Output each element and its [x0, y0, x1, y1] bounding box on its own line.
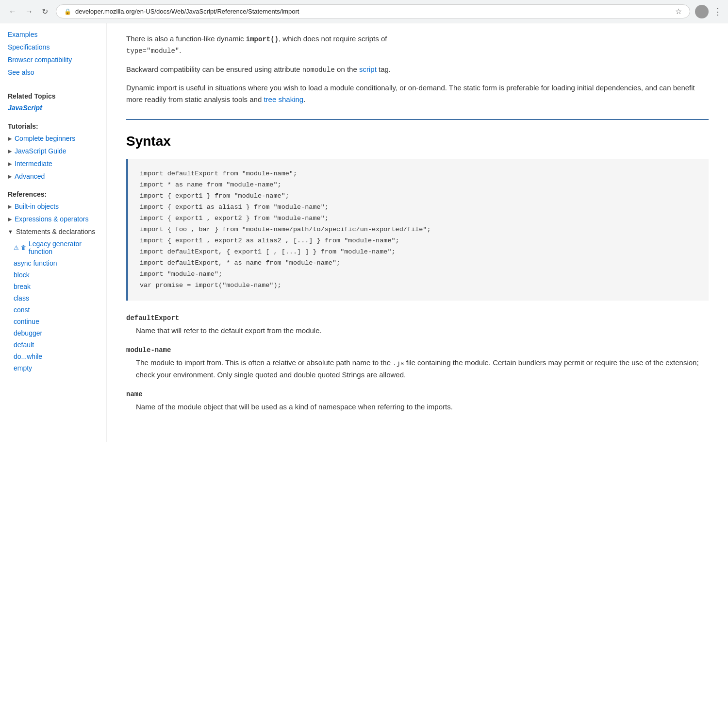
nav-buttons: ← → ↻	[6, 5, 51, 18]
intro-text-2: , which does not require scripts of	[279, 34, 387, 43]
sidebar-item-advanced[interactable]: ▶ Advanced	[0, 170, 106, 183]
sidebar-link-specifications[interactable]: Specifications	[0, 41, 106, 53]
lock-icon: 🔒	[64, 8, 71, 15]
code-line-1: import defaultExport from "module-name";	[140, 169, 697, 180]
sidebar-item-built-in-objects[interactable]: ▶ Built-in objects	[0, 200, 106, 213]
sidebar-link-examples[interactable]: Examples	[0, 28, 106, 41]
chevron-right-icon: ▶	[8, 148, 12, 154]
sidebar-item-statements-declarations[interactable]: ▼ Statements & declarations	[0, 225, 106, 238]
references-label: References:	[0, 186, 106, 200]
js-extension-code: .js	[393, 360, 404, 367]
intro-text-4: Backward compatibility can be ensured us…	[126, 65, 302, 73]
related-topics-lang[interactable]: JavaScript	[0, 102, 106, 114]
intro-paragraph-3: Dynamic import is useful in situations w…	[126, 82, 709, 105]
param-desc-default-export: Name that will refer to the default expo…	[126, 325, 709, 337]
intro-text-7: Dynamic import is useful in situations w…	[126, 84, 695, 103]
param-desc-name: Name of the module object that will be u…	[126, 401, 709, 413]
url-text: developer.mozilla.org/en-US/docs/Web/Jav…	[75, 8, 671, 15]
syntax-heading: Syntax	[126, 134, 709, 149]
related-topics-header: Related Topics	[0, 88, 106, 102]
param-default-export: defaultExport Name that will refer to th…	[126, 314, 709, 337]
main-layout: Examples Specifications Browser compatib…	[0, 23, 728, 442]
refresh-button[interactable]: ↻	[39, 5, 51, 18]
bookmark-icon[interactable]: ☆	[675, 7, 682, 16]
intro-text-8: .	[303, 95, 305, 103]
code-line-5: import { export1 , export2 } from "modul…	[140, 213, 697, 224]
sidebar: Examples Specifications Browser compatib…	[0, 23, 107, 442]
sidebar-item-js-guide[interactable]: ▶ JavaScript Guide	[0, 145, 106, 157]
browser-chrome: ← → ↻ 🔒 developer.mozilla.org/en-US/docs…	[0, 0, 728, 23]
sidebar-item-intermediate[interactable]: ▶ Intermediate	[0, 157, 106, 170]
param-name: name Name of the module object that will…	[126, 390, 709, 413]
chevron-right-icon: ▶	[8, 203, 12, 210]
intro-paragraph-2: Backward compatibility can be ensured us…	[126, 64, 709, 75]
sidebar-item-expressions-operators[interactable]: ▶ Expressions & operators	[0, 213, 106, 225]
param-name-module: module-name	[126, 346, 709, 354]
address-bar[interactable]: 🔒 developer.mozilla.org/en-US/docs/Web/J…	[56, 4, 690, 18]
sidebar-sub-item-do-while[interactable]: do...while	[0, 351, 106, 362]
sidebar-sub-item-const[interactable]: const	[0, 304, 106, 316]
sidebar-sub-item-empty[interactable]: empty	[0, 362, 106, 374]
code-line-2: import * as name from "module-name";	[140, 180, 697, 191]
menu-button[interactable]: ⋮	[713, 6, 722, 17]
sidebar-item-complete-beginners[interactable]: ▶ Complete beginners	[0, 132, 106, 145]
chevron-right-icon: ▶	[8, 161, 12, 167]
script-link[interactable]: script	[359, 65, 377, 73]
syntax-code-block: import defaultExport from "module-name";…	[126, 159, 709, 301]
intro-text-3: .	[179, 46, 181, 54]
nomodule-code: nomodule	[302, 66, 335, 74]
sidebar-sub-item-break[interactable]: break	[0, 281, 106, 292]
user-avatar[interactable]	[695, 5, 709, 18]
code-line-3: import { export1 } from "module-name";	[140, 191, 697, 202]
sidebar-sub-item-default[interactable]: default	[0, 339, 106, 351]
param-desc-module-start: The module to import from. This is often…	[136, 358, 393, 367]
trash-icon: 🗑	[21, 244, 27, 251]
chevron-right-icon: ▶	[8, 173, 12, 180]
sidebar-link-browser-compat[interactable]: Browser compatibility	[0, 53, 106, 66]
code-line-11: var promise = import("module-name");	[140, 280, 697, 291]
intro-text-5: on the	[335, 65, 359, 73]
sidebar-sub-item-continue[interactable]: continue	[0, 316, 106, 327]
sidebar-sub-item-debugger[interactable]: debugger	[0, 327, 106, 339]
code-line-7: import { export1 , export2 as alias2 , […	[140, 236, 697, 247]
warning-icon: ⚠	[14, 244, 19, 251]
tutorials-label: Tutorials:	[0, 118, 106, 132]
tree-shaking-link[interactable]: tree shaking	[264, 95, 303, 103]
param-module-name: module-name The module to import from. T…	[126, 346, 709, 381]
sidebar-link-see-also[interactable]: See also	[0, 66, 106, 79]
chevron-down-icon: ▼	[8, 229, 13, 235]
intro-paragraph-1: There is also a function-like dynamic im…	[126, 33, 709, 57]
code-line-6: import { foo , bar } from "module-name/p…	[140, 224, 697, 236]
param-desc-module: The module to import from. This is often…	[126, 357, 709, 381]
type-module-code: type="module"	[126, 47, 179, 55]
code-line-10: import "module-name";	[140, 269, 697, 280]
sidebar-sub-item-async-function[interactable]: async function	[0, 257, 106, 269]
import-code: import()	[246, 35, 279, 43]
chevron-right-icon: ▶	[8, 216, 12, 222]
section-divider	[126, 119, 709, 120]
sidebar-sub-item-class[interactable]: class	[0, 292, 106, 304]
param-name-name: name	[126, 390, 709, 398]
intro-text-1: There is also a function-like dynamic	[126, 34, 246, 43]
intro-section: There is also a function-like dynamic im…	[126, 23, 709, 105]
sidebar-sub-item-block[interactable]: block	[0, 269, 106, 281]
code-line-9: import defaultExport, * as name from "mo…	[140, 258, 697, 269]
chevron-right-icon: ▶	[8, 135, 12, 142]
back-button[interactable]: ←	[6, 5, 19, 18]
forward-button[interactable]: →	[22, 5, 36, 18]
code-line-8: import defaultExport, { export1 [ , [...…	[140, 247, 697, 258]
code-line-4: import { export1 as alias1 } from "modul…	[140, 202, 697, 213]
param-name-default-export: defaultExport	[126, 314, 709, 322]
sidebar-sub-item-legacy-generator[interactable]: ⚠ 🗑 Legacy generator function	[0, 238, 106, 257]
intro-text-6: tag.	[377, 65, 391, 73]
main-content: There is also a function-like dynamic im…	[107, 23, 728, 442]
